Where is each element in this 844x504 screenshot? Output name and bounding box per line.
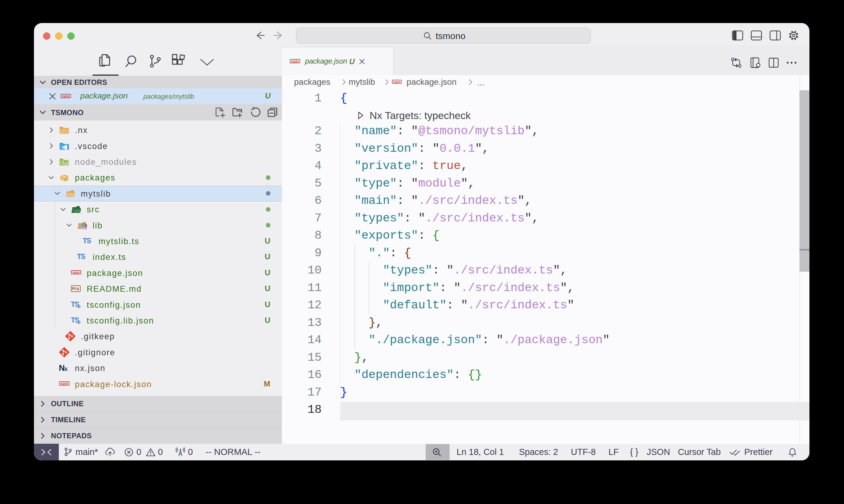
- svg-text:npm: npm: [61, 382, 68, 385]
- svg-text:TS: TS: [77, 253, 86, 260]
- svg-text:npm: npm: [394, 80, 400, 83]
- svg-text:npm: npm: [62, 94, 69, 97]
- svg-text:JS: JS: [64, 161, 68, 164]
- svg-text:npm: npm: [72, 270, 80, 274]
- svg-text:npm: npm: [291, 59, 298, 63]
- svg-text:N: N: [59, 363, 65, 373]
- svg-text:TS: TS: [83, 237, 91, 245]
